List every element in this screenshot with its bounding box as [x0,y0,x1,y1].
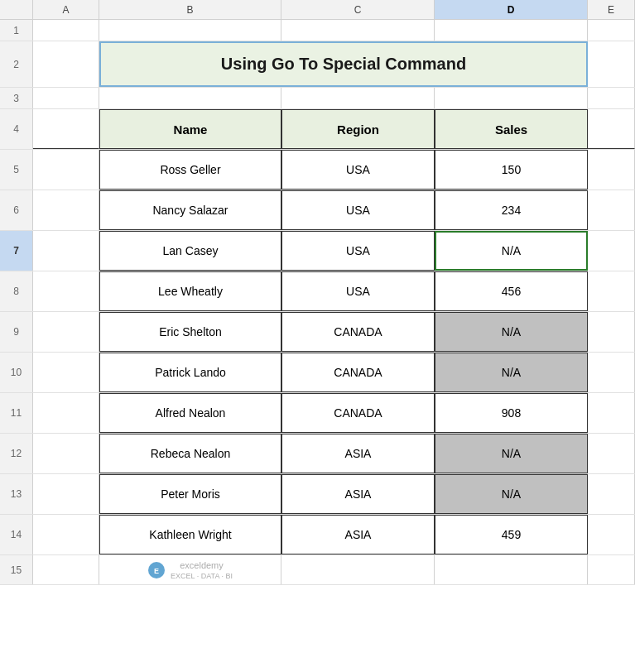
cell-a3[interactable] [33,88,99,108]
table-row: 14 Kathleen Wright ASIA 459 [0,515,635,555]
cell-sales-6[interactable]: 234 [435,190,588,230]
row-num-5[interactable]: 5 [0,150,33,190]
cell-c15[interactable] [281,555,435,584]
cell-e6[interactable] [588,190,635,230]
cell-region-5[interactable]: USA [281,150,435,190]
cell-name-5[interactable]: Ross Geller [99,150,281,190]
cell-e12[interactable] [588,434,635,473]
cell-region-11[interactable]: CANADA [281,393,435,433]
cell-region-7[interactable]: USA [281,231,435,271]
cell-sales-11[interactable]: 908 [435,393,588,433]
cell-region-13[interactable]: ASIA [281,474,435,514]
cell-d1[interactable] [435,20,588,41]
cell-e14[interactable] [588,515,635,554]
cell-e9[interactable] [588,312,635,352]
cell-e1[interactable] [588,20,635,41]
cell-name-11[interactable]: Alfred Nealon [99,393,281,433]
header-sales[interactable]: Sales [435,109,588,149]
cell-name-10[interactable]: Patrick Lando [99,353,281,392]
cell-sales-5[interactable]: 150 [435,150,588,190]
cell-region-6[interactable]: USA [281,190,435,230]
cell-b3[interactable] [99,88,281,108]
watermark-icon: E [147,561,166,579]
column-headers: A B C D E [0,0,635,20]
cell-sales-8[interactable]: 456 [435,271,588,311]
col-header-d[interactable]: D [435,0,588,19]
row-num-1[interactable]: 1 [0,20,33,41]
cell-e7[interactable] [588,231,635,271]
col-header-c[interactable]: C [281,0,435,19]
cell-sales-9[interactable]: N/A [435,312,588,352]
cell-a5[interactable] [33,150,99,190]
cell-region-9[interactable]: CANADA [281,312,435,352]
cell-name-14[interactable]: Kathleen Wright [99,515,281,554]
cell-name-9[interactable]: Eric Shelton [99,312,281,352]
header-name[interactable]: Name [99,109,281,149]
cell-sales-13[interactable]: N/A [435,474,588,514]
cell-a12[interactable] [33,434,99,473]
row-num-3[interactable]: 3 [0,88,33,108]
cell-e13[interactable] [588,474,635,514]
row-num-7[interactable]: 7 [0,231,33,271]
cell-a14[interactable] [33,515,99,554]
col-header-b[interactable]: B [99,0,281,19]
row-num-14[interactable]: 14 [0,515,33,554]
cell-e2[interactable] [588,41,635,87]
cell-a15[interactable] [33,555,99,584]
cell-c1[interactable] [281,20,435,41]
cell-a10[interactable] [33,353,99,392]
cell-region-8[interactable]: USA [281,271,435,311]
table-row: 10 Patrick Lando CANADA N/A [0,353,635,393]
col-header-a[interactable]: A [33,0,99,19]
cell-name-6[interactable]: Nancy Salazar [99,190,281,230]
cell-name-8[interactable]: Lee Wheatly [99,271,281,311]
row-num-12[interactable]: 12 [0,434,33,473]
cell-a11[interactable] [33,393,99,433]
cell-a7[interactable] [33,231,99,271]
cell-e4[interactable] [588,109,635,149]
cell-a13[interactable] [33,474,99,514]
row-num-6[interactable]: 6 [0,190,33,230]
cell-sales-7-selected[interactable]: N/A [435,231,588,271]
cell-c3[interactable] [281,88,435,108]
row-num-8[interactable]: 8 [0,271,33,311]
cell-e5[interactable] [588,150,635,190]
cell-a9[interactable] [33,312,99,352]
cell-e3[interactable] [588,88,635,108]
cell-d15[interactable] [435,555,588,584]
cell-name-12[interactable]: Rebeca Nealon [99,434,281,473]
cell-b1[interactable] [99,20,281,41]
cell-a1[interactable] [33,20,99,41]
row-num-13[interactable]: 13 [0,474,33,514]
row-1: 1 [0,20,635,41]
cell-region-12[interactable]: ASIA [281,434,435,473]
row-num-10[interactable]: 10 [0,353,33,392]
cell-a4[interactable] [33,109,99,149]
cell-a6[interactable] [33,190,99,230]
row-num-9[interactable]: 9 [0,312,33,352]
cell-region-10[interactable]: CANADA [281,353,435,392]
cell-a8[interactable] [33,271,99,311]
row-num-15[interactable]: 15 [0,555,33,584]
cell-region-14[interactable]: ASIA [281,515,435,554]
cell-sales-12[interactable]: N/A [435,434,588,473]
row-num-4[interactable]: 4 [0,109,33,149]
cell-e8[interactable] [588,271,635,311]
cell-e15[interactable] [588,555,635,584]
cell-name-13[interactable]: Peter Moris [99,474,281,514]
row-num-2[interactable]: 2 [0,41,33,87]
spreadsheet: A B C D E 1 2 Using Go To Special Comman… [0,0,635,672]
col-header-e[interactable]: E [588,0,635,19]
cell-a2[interactable] [33,41,99,87]
row-num-11[interactable]: 11 [0,393,33,433]
cell-e11[interactable] [588,393,635,433]
cell-d3[interactable] [435,88,588,108]
table-row: 6 Nancy Salazar USA 234 [0,190,635,231]
cell-e10[interactable] [588,353,635,392]
table-row: 8 Lee Wheatly USA 456 [0,271,635,312]
title-cell[interactable]: Using Go To Special Command [99,41,588,87]
cell-sales-10[interactable]: N/A [435,353,588,392]
cell-sales-14[interactable]: 459 [435,515,588,554]
header-region[interactable]: Region [281,109,435,149]
cell-name-7[interactable]: Lan Casey [99,231,281,271]
